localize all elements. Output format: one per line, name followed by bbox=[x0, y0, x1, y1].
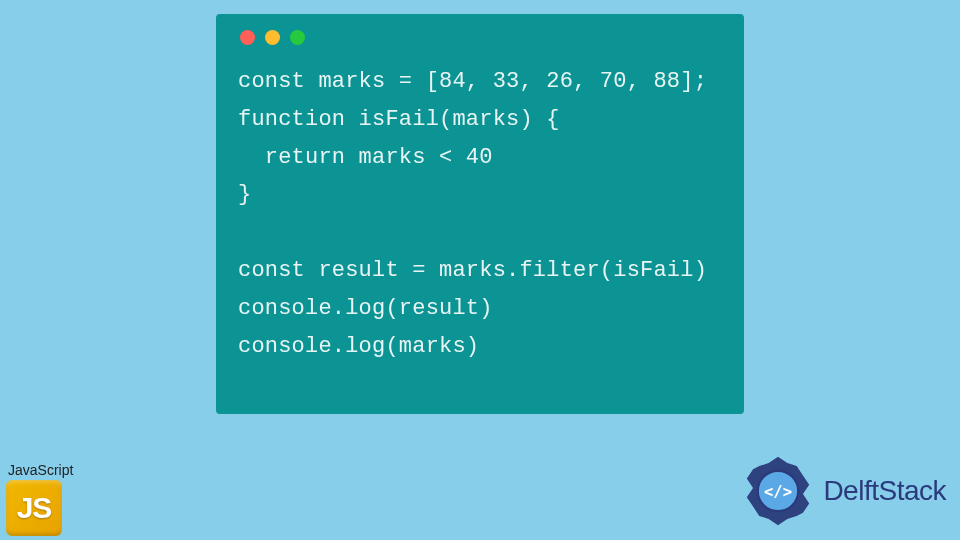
javascript-icon-text: JS bbox=[17, 491, 52, 525]
code-block: const marks = [84, 33, 26, 70, 88]; func… bbox=[238, 63, 722, 366]
code-window: const marks = [84, 33, 26, 70, 88]; func… bbox=[216, 14, 744, 414]
delftstack-logo-icon: </> bbox=[739, 452, 817, 530]
traffic-lights bbox=[240, 30, 722, 45]
javascript-icon: JS bbox=[6, 480, 62, 536]
svg-text:</>: </> bbox=[764, 483, 792, 501]
javascript-badge: JavaScript JS bbox=[6, 462, 73, 536]
brand-name: DelftStack bbox=[823, 475, 946, 507]
maximize-icon bbox=[290, 30, 305, 45]
close-icon bbox=[240, 30, 255, 45]
javascript-label: JavaScript bbox=[8, 462, 73, 478]
brand-delftstack: </> DelftStack bbox=[739, 452, 946, 530]
minimize-icon bbox=[265, 30, 280, 45]
